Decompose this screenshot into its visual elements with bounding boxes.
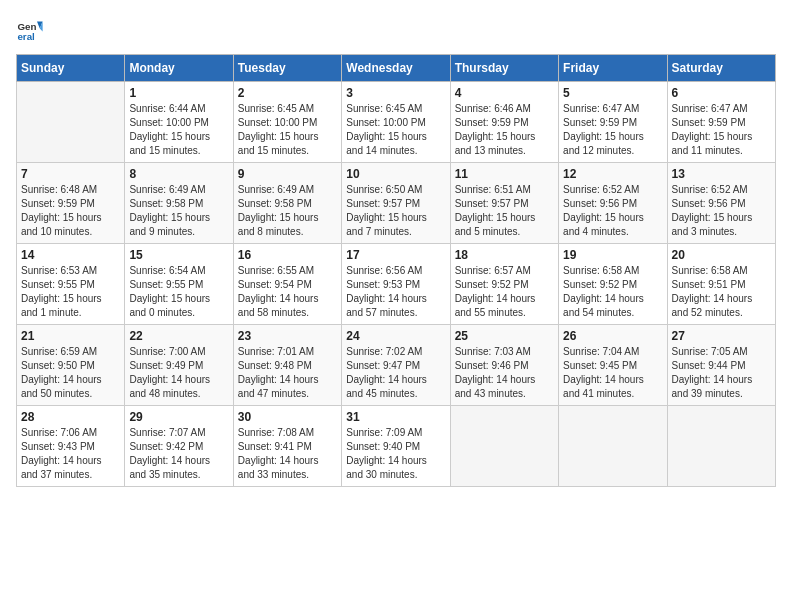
column-header-friday: Friday [559,55,667,82]
day-info: Sunrise: 6:49 AM Sunset: 9:58 PM Dayligh… [238,183,337,239]
day-number: 17 [346,248,445,262]
calendar-cell: 2Sunrise: 6:45 AM Sunset: 10:00 PM Dayli… [233,82,341,163]
day-info: Sunrise: 7:00 AM Sunset: 9:49 PM Dayligh… [129,345,228,401]
day-number: 7 [21,167,120,181]
day-info: Sunrise: 7:02 AM Sunset: 9:47 PM Dayligh… [346,345,445,401]
day-number: 10 [346,167,445,181]
day-number: 25 [455,329,554,343]
day-info: Sunrise: 6:49 AM Sunset: 9:58 PM Dayligh… [129,183,228,239]
calendar-cell: 22Sunrise: 7:00 AM Sunset: 9:49 PM Dayli… [125,325,233,406]
calendar-cell: 3Sunrise: 6:45 AM Sunset: 10:00 PM Dayli… [342,82,450,163]
day-info: Sunrise: 7:09 AM Sunset: 9:40 PM Dayligh… [346,426,445,482]
calendar-cell: 30Sunrise: 7:08 AM Sunset: 9:41 PM Dayli… [233,406,341,487]
calendar-cell: 10Sunrise: 6:50 AM Sunset: 9:57 PM Dayli… [342,163,450,244]
calendar-cell: 4Sunrise: 6:46 AM Sunset: 9:59 PM Daylig… [450,82,558,163]
day-number: 8 [129,167,228,181]
calendar-cell: 9Sunrise: 6:49 AM Sunset: 9:58 PM Daylig… [233,163,341,244]
day-number: 5 [563,86,662,100]
calendar-cell: 5Sunrise: 6:47 AM Sunset: 9:59 PM Daylig… [559,82,667,163]
day-number: 30 [238,410,337,424]
calendar-cell: 17Sunrise: 6:56 AM Sunset: 9:53 PM Dayli… [342,244,450,325]
day-info: Sunrise: 7:08 AM Sunset: 9:41 PM Dayligh… [238,426,337,482]
calendar-cell: 1Sunrise: 6:44 AM Sunset: 10:00 PM Dayli… [125,82,233,163]
day-number: 4 [455,86,554,100]
day-number: 19 [563,248,662,262]
day-number: 2 [238,86,337,100]
day-info: Sunrise: 6:47 AM Sunset: 9:59 PM Dayligh… [672,102,771,158]
day-info: Sunrise: 6:48 AM Sunset: 9:59 PM Dayligh… [21,183,120,239]
day-number: 15 [129,248,228,262]
day-info: Sunrise: 6:45 AM Sunset: 10:00 PM Daylig… [346,102,445,158]
day-number: 11 [455,167,554,181]
calendar-cell: 11Sunrise: 6:51 AM Sunset: 9:57 PM Dayli… [450,163,558,244]
day-number: 22 [129,329,228,343]
page-header: Gen eral [16,16,776,44]
day-info: Sunrise: 6:51 AM Sunset: 9:57 PM Dayligh… [455,183,554,239]
calendar-header-row: SundayMondayTuesdayWednesdayThursdayFrid… [17,55,776,82]
logo-icon: Gen eral [16,16,44,44]
day-info: Sunrise: 7:03 AM Sunset: 9:46 PM Dayligh… [455,345,554,401]
column-header-saturday: Saturday [667,55,775,82]
calendar-cell [17,82,125,163]
day-info: Sunrise: 6:46 AM Sunset: 9:59 PM Dayligh… [455,102,554,158]
svg-text:eral: eral [17,31,35,42]
calendar-week-row: 21Sunrise: 6:59 AM Sunset: 9:50 PM Dayli… [17,325,776,406]
calendar-cell: 28Sunrise: 7:06 AM Sunset: 9:43 PM Dayli… [17,406,125,487]
column-header-sunday: Sunday [17,55,125,82]
day-number: 1 [129,86,228,100]
day-number: 20 [672,248,771,262]
day-info: Sunrise: 7:05 AM Sunset: 9:44 PM Dayligh… [672,345,771,401]
day-info: Sunrise: 6:59 AM Sunset: 9:50 PM Dayligh… [21,345,120,401]
calendar-cell [667,406,775,487]
day-info: Sunrise: 6:58 AM Sunset: 9:52 PM Dayligh… [563,264,662,320]
day-info: Sunrise: 6:50 AM Sunset: 9:57 PM Dayligh… [346,183,445,239]
day-info: Sunrise: 7:07 AM Sunset: 9:42 PM Dayligh… [129,426,228,482]
day-number: 27 [672,329,771,343]
calendar-cell: 18Sunrise: 6:57 AM Sunset: 9:52 PM Dayli… [450,244,558,325]
calendar-cell: 29Sunrise: 7:07 AM Sunset: 9:42 PM Dayli… [125,406,233,487]
calendar-cell [559,406,667,487]
logo: Gen eral [16,16,48,44]
calendar-cell: 7Sunrise: 6:48 AM Sunset: 9:59 PM Daylig… [17,163,125,244]
calendar-cell: 15Sunrise: 6:54 AM Sunset: 9:55 PM Dayli… [125,244,233,325]
calendar-cell: 26Sunrise: 7:04 AM Sunset: 9:45 PM Dayli… [559,325,667,406]
day-info: Sunrise: 6:45 AM Sunset: 10:00 PM Daylig… [238,102,337,158]
calendar-cell: 14Sunrise: 6:53 AM Sunset: 9:55 PM Dayli… [17,244,125,325]
day-number: 18 [455,248,554,262]
day-number: 21 [21,329,120,343]
day-info: Sunrise: 6:53 AM Sunset: 9:55 PM Dayligh… [21,264,120,320]
day-number: 28 [21,410,120,424]
calendar-cell: 8Sunrise: 6:49 AM Sunset: 9:58 PM Daylig… [125,163,233,244]
day-info: Sunrise: 6:52 AM Sunset: 9:56 PM Dayligh… [672,183,771,239]
calendar-cell: 13Sunrise: 6:52 AM Sunset: 9:56 PM Dayli… [667,163,775,244]
day-number: 23 [238,329,337,343]
calendar-week-row: 28Sunrise: 7:06 AM Sunset: 9:43 PM Dayli… [17,406,776,487]
column-header-wednesday: Wednesday [342,55,450,82]
calendar-table: SundayMondayTuesdayWednesdayThursdayFrid… [16,54,776,487]
day-number: 16 [238,248,337,262]
day-info: Sunrise: 6:52 AM Sunset: 9:56 PM Dayligh… [563,183,662,239]
day-number: 14 [21,248,120,262]
day-info: Sunrise: 6:55 AM Sunset: 9:54 PM Dayligh… [238,264,337,320]
calendar-cell: 23Sunrise: 7:01 AM Sunset: 9:48 PM Dayli… [233,325,341,406]
calendar-cell: 21Sunrise: 6:59 AM Sunset: 9:50 PM Dayli… [17,325,125,406]
day-number: 24 [346,329,445,343]
calendar-cell: 25Sunrise: 7:03 AM Sunset: 9:46 PM Dayli… [450,325,558,406]
calendar-cell: 20Sunrise: 6:58 AM Sunset: 9:51 PM Dayli… [667,244,775,325]
day-info: Sunrise: 6:58 AM Sunset: 9:51 PM Dayligh… [672,264,771,320]
column-header-monday: Monday [125,55,233,82]
day-number: 6 [672,86,771,100]
calendar-cell: 6Sunrise: 6:47 AM Sunset: 9:59 PM Daylig… [667,82,775,163]
day-info: Sunrise: 6:44 AM Sunset: 10:00 PM Daylig… [129,102,228,158]
day-number: 3 [346,86,445,100]
day-number: 9 [238,167,337,181]
day-info: Sunrise: 7:04 AM Sunset: 9:45 PM Dayligh… [563,345,662,401]
day-number: 31 [346,410,445,424]
day-info: Sunrise: 6:56 AM Sunset: 9:53 PM Dayligh… [346,264,445,320]
day-info: Sunrise: 6:57 AM Sunset: 9:52 PM Dayligh… [455,264,554,320]
day-info: Sunrise: 7:01 AM Sunset: 9:48 PM Dayligh… [238,345,337,401]
column-header-tuesday: Tuesday [233,55,341,82]
calendar-week-row: 7Sunrise: 6:48 AM Sunset: 9:59 PM Daylig… [17,163,776,244]
calendar-cell: 16Sunrise: 6:55 AM Sunset: 9:54 PM Dayli… [233,244,341,325]
day-info: Sunrise: 7:06 AM Sunset: 9:43 PM Dayligh… [21,426,120,482]
